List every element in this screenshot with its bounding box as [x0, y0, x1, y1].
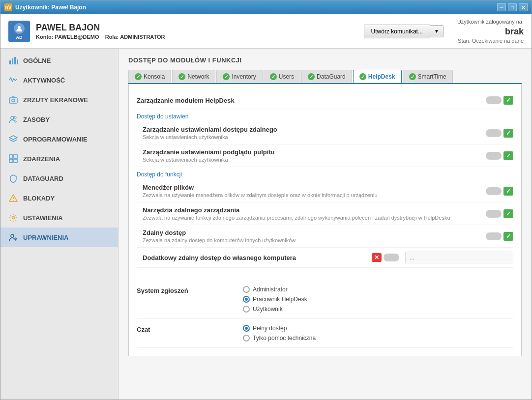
tab-users[interactable]: ✓ Users: [264, 70, 300, 83]
svg-rect-13: [14, 159, 17, 163]
system-zgloszen-row: System zgłoszeń Administrator Pracownik …: [137, 280, 513, 319]
perm-toggle-main[interactable]: ✓: [486, 96, 513, 105]
perm-toggle-settings-0[interactable]: ✓: [486, 129, 513, 138]
logged-value: brak: [457, 27, 524, 37]
perm-toggle-func-1[interactable]: ✓: [486, 209, 513, 218]
sidebar-item-zrzuty[interactable]: ZRZUTY EKRANOWE: [0, 90, 118, 110]
create-message-button[interactable]: Utwórz komunikat...: [364, 25, 430, 38]
user-info: PAWEL BAJON Konto: PAWELB@DEMO Rola: ADM…: [36, 23, 358, 40]
sidebar-label-dataguard: DATAGUARD: [23, 175, 63, 182]
toggle-check-s0[interactable]: ✓: [503, 129, 513, 138]
toggle-track-f1[interactable]: [486, 210, 502, 218]
rola-label: Rola:: [105, 34, 119, 40]
close-button[interactable]: ✕: [519, 3, 528, 11]
main-layout: OGÓLNE AKTYWNOŚĆ ZRZUTY EKRANOWE ZASOBY: [0, 49, 532, 400]
sidebar-item-dataguard[interactable]: DATAGUARD: [0, 169, 118, 188]
toggle-track-s0[interactable]: [486, 129, 502, 137]
dostep-ustawien-link[interactable]: Dostęp do ustawień: [137, 109, 513, 122]
tab-network[interactable]: ✓ Network: [172, 70, 215, 83]
perm-label-func-0: Menedżer plików Zezwala na używanie mene…: [143, 184, 486, 198]
radio-label-pomoc: Tylko pomoc techniczna: [253, 335, 316, 342]
toggle-track-f3[interactable]: [384, 254, 399, 261]
main-window: nV Użytkownik: Paweł Bajon ─ □ ✕ AD PAWE…: [0, 0, 532, 400]
sidebar-item-zdarzenia[interactable]: ZDARZENIA: [0, 149, 118, 169]
avatar: AD: [8, 21, 30, 42]
svg-rect-1: [9, 60, 11, 64]
sidebar-label-zrzuty: ZRZUTY EKRANOWE: [23, 96, 88, 104]
toggle-check-f2[interactable]: ✓: [503, 232, 513, 241]
perm-toggle-settings-1[interactable]: ✓: [486, 151, 513, 160]
perm-row-settings-1: Zarządzanie ustawieniami podglądu pulpit…: [137, 144, 513, 167]
svg-point-8: [14, 116, 16, 118]
tab-dataguard[interactable]: ✓ DataGuard: [301, 70, 352, 83]
tab-smarttime[interactable]: ✓ SmartTime: [403, 70, 453, 83]
svg-rect-11: [14, 155, 17, 158]
toggle-track-f2[interactable]: [486, 232, 502, 240]
sidebar-label-blokady: BLOKADY: [23, 195, 55, 202]
tab-label-network: Network: [187, 73, 209, 80]
radio-dot-pracownik: [245, 298, 248, 301]
toggle-track-main[interactable]: [486, 96, 502, 104]
toggle-check-f0[interactable]: ✓: [503, 187, 513, 196]
svg-point-6: [12, 99, 15, 102]
radio-pomoc[interactable]: Tylko pomoc techniczna: [243, 335, 316, 342]
svg-rect-2: [12, 58, 13, 64]
radio-administrator[interactable]: Administrator: [243, 286, 307, 293]
content-area: DOSTĘP DO MODUŁÓW I FUNKCJI ✓ Konsola ✓ …: [118, 49, 532, 400]
radio-circle-pracownik: [243, 296, 250, 303]
perm-label-main: Zarządzanie modułem HelpDesk: [137, 97, 486, 104]
perm-subtitle-settings-1: Sekcja w ustawieniach użytkownika: [143, 157, 486, 163]
toggle-check-f1[interactable]: ✓: [503, 209, 513, 218]
create-message-dropdown[interactable]: ▼: [430, 25, 443, 37]
toggle-track-f0[interactable]: [486, 187, 502, 195]
czat-row: Czat Pełny dostęp Tylko pomoc techniczna: [137, 319, 513, 348]
radio-pracownik[interactable]: Pracownik HelpDesk: [243, 296, 307, 303]
toggle-check-s1[interactable]: ✓: [503, 151, 513, 160]
minimize-button[interactable]: ─: [497, 3, 506, 11]
radio-pelny[interactable]: Pełny dostęp: [243, 325, 316, 332]
perm-subtitle-settings-0: Sekcja w ustawieniach użytkownika: [143, 134, 486, 140]
perm-label-func-2: Zdalny dostęp Zezwala na zdalny dostęp d…: [143, 229, 486, 243]
svg-point-16: [13, 200, 14, 201]
sidebar-item-ustawienia[interactable]: USTAWIENIA: [0, 208, 118, 228]
create-btn-group: Utwórz komunikat... ▼: [364, 25, 443, 38]
sidebar-item-ogolne[interactable]: OGÓLNE: [0, 51, 118, 70]
perm-toggle-func-0[interactable]: ✓: [486, 187, 513, 196]
sidebar-item-zasoby[interactable]: ZASOBY: [0, 110, 118, 129]
tab-check-dataguard: ✓: [308, 73, 315, 80]
radio-uzytkownik[interactable]: Użytkownik: [243, 306, 307, 313]
sidebar-item-aktywnosc[interactable]: AKTYWNOŚĆ: [0, 70, 118, 90]
sidebar: OGÓLNE AKTYWNOŚĆ ZRZUTY EKRANOWE ZASOBY: [0, 49, 118, 400]
svg-point-18: [11, 234, 14, 237]
sidebar-item-blokady[interactable]: BLOKADY: [0, 188, 118, 208]
sidebar-label-oprogramowanie: OPROGRAMOWANIE: [23, 136, 88, 143]
svg-rect-3: [14, 57, 16, 64]
toggle-check-main[interactable]: ✓: [503, 96, 513, 105]
toggle-x-f3[interactable]: ✕: [372, 253, 382, 262]
radio-circle-pelny: [243, 325, 250, 332]
perm-title-settings-0: Zarządzanie ustawieniami dostępu zdalneg…: [143, 126, 486, 133]
sidebar-label-aktywnosc: AKTYWNOŚĆ: [23, 77, 65, 84]
tab-inventory[interactable]: ✓ Inventory: [216, 70, 262, 83]
perm-title-func-2: Zdalny dostęp: [143, 229, 486, 236]
window-controls: ─ □ ✕: [497, 3, 528, 11]
users-gear-icon: [8, 232, 18, 242]
perm-label-settings-0: Zarządzanie ustawieniami dostępu zdalneg…: [143, 126, 486, 140]
tab-check-konsola: ✓: [135, 73, 142, 80]
radio-label-uzytkownik: Użytkownik: [253, 306, 283, 313]
toggle-track-s1[interactable]: [486, 152, 502, 160]
radio-label-admin: Administrator: [253, 286, 288, 293]
logged-label: Użytkownik zalogowany na:: [457, 19, 524, 25]
sidebar-item-uprawnienia[interactable]: UPRAWNIENIA: [0, 228, 118, 247]
tab-helpdesk[interactable]: ✓ HelpDesk: [353, 70, 402, 83]
perm-toggle-func-2[interactable]: ✓: [486, 232, 513, 241]
maximize-button[interactable]: □: [508, 3, 517, 11]
tab-konsola[interactable]: ✓ Konsola: [128, 70, 171, 83]
sidebar-item-oprogramowanie[interactable]: OPROGRAMOWANIE: [0, 129, 118, 149]
svg-rect-5: [9, 98, 17, 103]
extra-field-f3[interactable]: [405, 252, 513, 263]
perm-row-func-3: Dodatkowy zdalny dostęp do własnego komp…: [137, 248, 513, 268]
tab-label-dataguard: DataGuard: [317, 73, 346, 80]
radio-circle-admin: [243, 286, 250, 293]
dostep-funkcji-link[interactable]: Dostęp do funkcji: [137, 167, 513, 180]
